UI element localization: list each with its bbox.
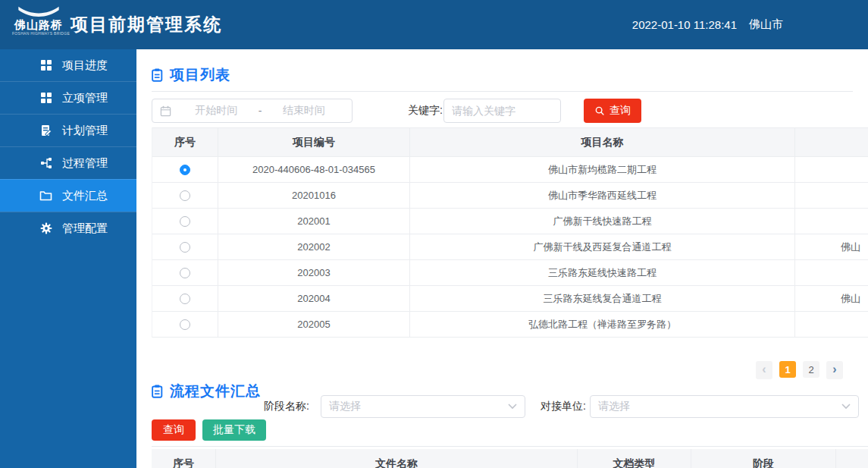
sidebar-nav: 项目进度 立项管理 计划管理 <box>0 49 136 468</box>
sidebar-item-label: 过程管理 <box>62 156 108 171</box>
column-header: 文档类型 <box>578 449 691 468</box>
project-list-heading: 项目列表 <box>152 65 230 85</box>
column-header: 序号 <box>152 449 216 468</box>
column-header: 项目名称 <box>410 127 795 157</box>
liaison-unit-placeholder: 请选择 <box>598 400 630 413</box>
date-range-separator: - <box>257 105 264 117</box>
radio-cell <box>152 183 218 209</box>
sidebar-item-project-approval[interactable]: 立项管理 <box>0 81 136 114</box>
project-extra-cell <box>795 260 868 286</box>
sidebar-item-plan-management[interactable]: 计划管理 <box>0 114 136 146</box>
project-code-cell: 202005 <box>218 312 410 338</box>
sidebar-item-label: 项目进度 <box>62 58 108 73</box>
row-radio[interactable] <box>180 294 190 304</box>
brand-subtitle: FOSHAN HIGHWAYS BRIDGE <box>12 31 65 36</box>
app-window: 佛山路桥 FOSHAN HIGHWAYS BRIDGE 项目前期管理系统 202… <box>0 0 868 468</box>
process-files-search-button[interactable]: 查询 <box>152 419 196 441</box>
project-name-cell: 广佛新干线快速路工程 <box>410 209 795 234</box>
project-code-cell: 20201016 <box>218 183 410 209</box>
project-name-cell: 三乐路东延线快速路工程 <box>410 260 795 286</box>
project-extra-cell <box>795 312 868 338</box>
share-icon <box>39 157 52 170</box>
chevron-left-icon[interactable]: ‹ <box>756 361 772 379</box>
chevron-right-icon[interactable]: › <box>826 361 843 379</box>
section-title-text: 项目列表 <box>170 65 230 85</box>
clipboard-icon <box>152 385 163 398</box>
project-code-cell: 2020-440606-48-01-034565 <box>218 157 410 183</box>
radio-cell <box>152 157 218 183</box>
table-row[interactable]: 2020-440606-48-01-034565 佛山市新均榄路二期工程 <box>152 157 868 183</box>
row-radio[interactable] <box>180 216 190 227</box>
table-row[interactable]: 20201016 佛山市季华路西延线工程 <box>152 183 868 209</box>
project-extra-cell: 佛山 <box>795 286 868 312</box>
project-code-cell: 202001 <box>218 209 410 234</box>
project-name-cell: 三乐路东延线复合通道工程 <box>410 286 795 312</box>
stage-select[interactable]: 请选择 <box>321 395 525 418</box>
sidebar-item-process-management[interactable]: 过程管理 <box>0 146 136 179</box>
radio-cell <box>152 286 218 312</box>
folder-icon <box>39 190 52 203</box>
date-range-picker[interactable]: 开始时间 - 结束时间 <box>152 99 353 123</box>
bridge-arc-icon <box>16 5 61 17</box>
project-search-button[interactable]: 查询 <box>584 99 641 123</box>
radio-cell <box>152 260 218 286</box>
column-header: 文件名称 <box>216 449 578 468</box>
project-code-cell: 202003 <box>218 260 410 286</box>
table-row[interactable]: 202003 三乐路东延线快速路工程 <box>152 260 868 286</box>
table-row[interactable]: 202005 弘德北路工程（禅港路至罗务路） <box>152 312 868 338</box>
search-button-label: 查询 <box>609 104 631 118</box>
liaison-unit-select[interactable]: 请选择 <box>590 395 859 418</box>
row-radio[interactable] <box>180 242 190 253</box>
project-name-cell: 广佛新干线及西延复合通道工程 <box>410 234 795 260</box>
liaison-unit-label: 对接单位: <box>541 395 586 418</box>
clipboard-icon <box>152 68 163 82</box>
brand-name: 佛山路桥 <box>12 18 65 31</box>
current-datetime: 2022-01-10 11:28:41 <box>632 18 737 31</box>
sidebar-item-label: 文件汇总 <box>62 189 108 203</box>
keyword-input[interactable] <box>443 99 561 123</box>
table-row[interactable]: 202001 广佛新干线快速路工程 <box>152 209 868 234</box>
project-extra-cell <box>795 183 868 209</box>
row-radio[interactable] <box>180 268 190 278</box>
current-city: 佛山市 <box>749 17 783 32</box>
sidebar-item-label: 计划管理 <box>62 124 108 138</box>
column-header: 项目编号 <box>218 127 410 157</box>
section-divider <box>152 446 868 447</box>
search-icon <box>594 105 605 116</box>
radio-cell <box>152 209 218 234</box>
top-header-bar: 佛山路桥 FOSHAN HIGHWAYS BRIDGE 项目前期管理系统 202… <box>0 0 868 49</box>
document-edit-icon <box>39 124 52 137</box>
column-header: 序号 <box>152 127 218 157</box>
start-date-placeholder: 开始时间 <box>176 104 257 118</box>
grid-icon <box>39 92 52 105</box>
row-radio[interactable] <box>180 190 190 201</box>
radio-cell <box>152 234 218 260</box>
sidebar-item-project-progress[interactable]: 项目进度 <box>0 49 136 81</box>
end-date-placeholder: 结束时间 <box>263 104 344 118</box>
sidebar-item-label: 管理配置 <box>62 221 108 236</box>
grid-icon <box>39 59 52 72</box>
radio-cell <box>152 312 218 338</box>
table-row[interactable]: 202004 三乐路东延线复合通道工程 佛山 <box>152 286 868 312</box>
project-code-cell: 202002 <box>218 234 410 260</box>
page-button-2[interactable]: 2 <box>803 361 819 378</box>
batch-download-button[interactable]: 批量下载 <box>202 419 266 441</box>
project-table: 序号 项目编号 项目名称 2020-440606-48-01-034565 佛山… <box>152 127 868 338</box>
row-radio[interactable] <box>180 319 190 330</box>
keyword-label: 关键字: <box>408 99 443 123</box>
project-extra-cell <box>795 209 868 234</box>
stage-select-placeholder: 请选择 <box>329 400 361 413</box>
sidebar-item-admin-config[interactable]: 管理配置 <box>0 212 136 244</box>
sidebar-item-label: 立项管理 <box>62 91 108 105</box>
column-header: 阶段 <box>691 449 836 468</box>
page-button-1[interactable]: 1 <box>779 361 796 378</box>
gear-icon <box>39 222 52 235</box>
project-name-cell: 佛山市季华路西延线工程 <box>410 183 795 209</box>
project-table-header-row: 序号 项目编号 项目名称 <box>152 127 868 157</box>
table-row[interactable]: 202002 广佛新干线及西延复合通道工程 佛山 <box>152 234 868 260</box>
row-radio-selected[interactable] <box>180 165 190 175</box>
pagination: ‹ 1 2 › <box>756 361 843 379</box>
sidebar-item-file-summary[interactable]: 文件汇总 <box>0 179 136 212</box>
app-title: 项目前期管理系统 <box>71 0 222 49</box>
stage-name-label: 阶段名称: <box>264 395 309 418</box>
